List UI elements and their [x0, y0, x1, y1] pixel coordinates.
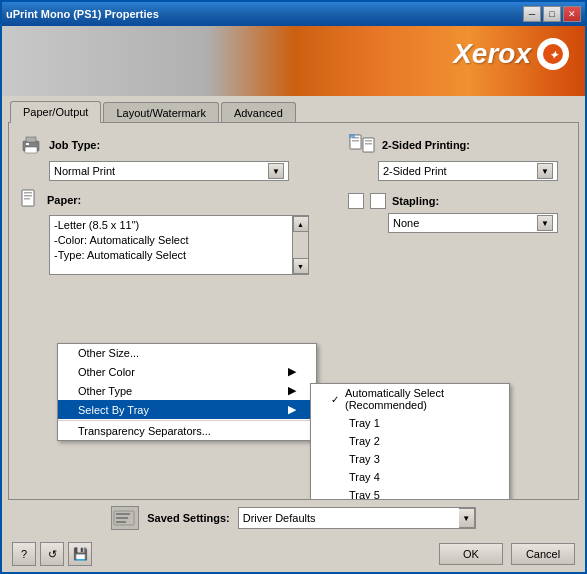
svg-rect-19	[116, 517, 128, 519]
content-columns: Job Type: Normal Print ▼	[19, 133, 568, 275]
submenu-arrow-type: ▶	[288, 384, 296, 397]
svg-text:✦: ✦	[549, 49, 559, 61]
tab-layout-watermark[interactable]: Layout/Watermark	[103, 102, 218, 123]
tab-paper-output[interactable]: Paper/Output	[10, 101, 101, 123]
submenu-arrow-color: ▶	[288, 365, 296, 378]
title-bar: uPrint Mono (PS1) Properties ─ □ ✕	[2, 2, 585, 26]
submenu-item-tray2[interactable]: Tray 2	[311, 432, 509, 450]
svg-rect-5	[26, 143, 29, 145]
tab-advanced[interactable]: Advanced	[221, 102, 296, 123]
submenu-item-tray4[interactable]: Tray 4	[311, 468, 509, 486]
svg-rect-20	[116, 521, 126, 523]
svg-rect-4	[25, 147, 37, 153]
paper-value-box: -Letter (8.5 x 11") -Color: Automaticall…	[49, 215, 309, 275]
menu-item-transparency[interactable]: Transparency Separators...	[58, 422, 316, 440]
xerox-logo-text: Xerox	[453, 38, 531, 70]
main-panel: Job Type: Normal Print ▼	[8, 122, 579, 500]
paper-icon	[19, 189, 41, 211]
svg-rect-16	[349, 134, 355, 138]
menu-item-other-size[interactable]: Other Size...	[58, 344, 316, 362]
two-sided-icon	[348, 133, 376, 157]
right-column: 2-Sided Printing: 2-Sided Print ▼ Stapli…	[348, 133, 568, 275]
checkmark-auto: ✓	[331, 394, 339, 405]
scroll-down-btn[interactable]: ▼	[293, 258, 309, 274]
paper-label: Paper:	[47, 194, 81, 206]
xerox-logo-icon: ✦	[537, 38, 569, 70]
svg-rect-3	[26, 137, 36, 142]
minimize-button[interactable]: ─	[523, 6, 541, 22]
printer-icon	[19, 133, 43, 157]
context-menu: Other Size... Other Color ▶ Other Type ▶…	[57, 343, 317, 441]
menu-item-other-type[interactable]: Other Type ▶	[58, 381, 316, 400]
two-sided-label: 2-Sided Printing:	[382, 139, 470, 151]
paper-line-2: -Color: Automatically Select	[54, 233, 304, 248]
paper-row: Paper:	[19, 189, 332, 211]
submenu-arrow-tray: ▶	[288, 403, 296, 416]
title-controls: ─ □ ✕	[523, 6, 581, 22]
submenu-item-tray5[interactable]: Tray 5	[311, 486, 509, 500]
stapling-label: Stapling:	[392, 195, 439, 207]
close-button[interactable]: ✕	[563, 6, 581, 22]
maximize-button[interactable]: □	[543, 6, 561, 22]
header-banner: Xerox ✦	[2, 26, 585, 96]
stapling-row: Stapling:	[348, 193, 568, 209]
saved-settings-value: Driver Defaults	[239, 508, 459, 528]
save-button[interactable]: 💾	[68, 542, 92, 566]
stapling-checkbox[interactable]	[348, 193, 364, 209]
bottom-area: Saved Settings: Driver Defaults ▼ ? ↺ 💾	[2, 500, 585, 572]
saved-settings-dropdown-btn[interactable]: ▼	[459, 508, 475, 528]
ok-cancel-buttons: OK Cancel	[439, 543, 575, 565]
tabs-row: Paper/Output Layout/Watermark Advanced	[2, 96, 585, 122]
main-window: uPrint Mono (PS1) Properties ─ □ ✕ Xerox…	[0, 0, 587, 574]
job-type-row: Job Type:	[19, 133, 332, 157]
menu-item-other-color[interactable]: Other Color ▶	[58, 362, 316, 381]
paper-scrollbar[interactable]: ▲ ▼	[292, 216, 308, 274]
ok-button[interactable]: OK	[439, 543, 503, 565]
submenu-tray: ✓ Automatically Select (Recommended) Tra…	[310, 383, 510, 500]
bottom-left-buttons: ? ↺ 💾	[12, 542, 92, 566]
saved-settings-row: Saved Settings: Driver Defaults ▼	[10, 506, 577, 530]
svg-rect-14	[365, 140, 372, 142]
two-sided-dropdown[interactable]: 2-Sided Print ▼	[378, 161, 558, 181]
left-column: Job Type: Normal Print ▼	[19, 133, 332, 275]
stapling-dropdown-arrow: ▼	[537, 215, 553, 231]
svg-rect-18	[116, 513, 130, 515]
svg-rect-8	[24, 195, 32, 197]
submenu-item-tray3[interactable]: Tray 3	[311, 450, 509, 468]
svg-rect-7	[24, 192, 32, 194]
svg-rect-12	[352, 140, 359, 142]
svg-rect-15	[365, 143, 372, 145]
submenu-item-auto-select[interactable]: ✓ Automatically Select (Recommended)	[311, 384, 509, 414]
menu-separator	[58, 420, 316, 421]
two-sided-row: 2-Sided Printing:	[348, 133, 568, 157]
saved-settings-label: Saved Settings:	[147, 512, 230, 524]
svg-rect-9	[24, 198, 30, 200]
cancel-button[interactable]: Cancel	[511, 543, 575, 565]
reset-button[interactable]: ↺	[40, 542, 64, 566]
paper-line-3: -Type: Automatically Select	[54, 248, 304, 263]
window-title: uPrint Mono (PS1) Properties	[6, 8, 159, 20]
paper-line-1: -Letter (8.5 x 11")	[54, 218, 304, 233]
button-row: ? ↺ 💾 OK Cancel	[10, 538, 577, 572]
job-type-label: Job Type:	[49, 139, 100, 151]
menu-item-select-by-tray[interactable]: Select By Tray ▶	[58, 400, 316, 419]
job-type-dropdown-arrow: ▼	[268, 163, 284, 179]
two-sided-dropdown-arrow: ▼	[537, 163, 553, 179]
help-button[interactable]: ?	[12, 542, 36, 566]
submenu-item-tray1[interactable]: Tray 1	[311, 414, 509, 432]
stapling-dropdown[interactable]: None ▼	[388, 213, 558, 233]
xerox-logo: Xerox ✦	[453, 38, 569, 70]
scroll-up-btn[interactable]: ▲	[293, 216, 309, 232]
stapling-checkbox2[interactable]	[370, 193, 386, 209]
saved-settings-dropdown-container: Driver Defaults ▼	[238, 507, 476, 529]
job-type-dropdown[interactable]: Normal Print ▼	[49, 161, 289, 181]
saved-settings-icon	[111, 506, 139, 530]
